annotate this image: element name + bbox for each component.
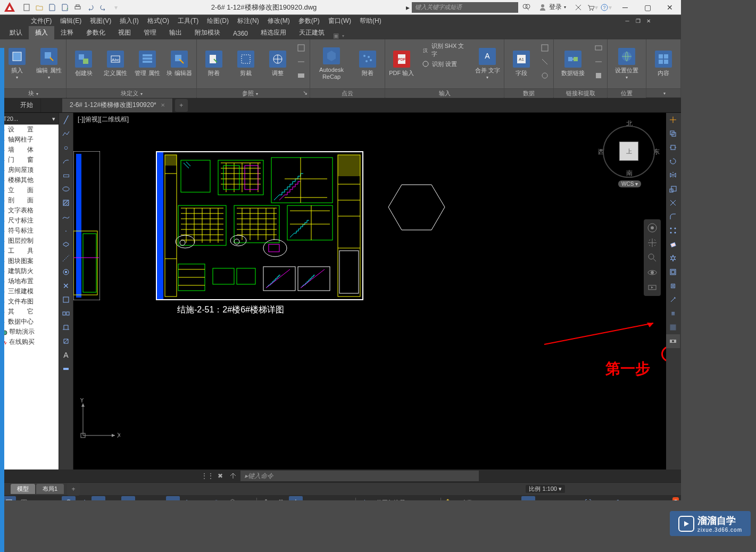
status-ws-dd[interactable]: ▾ bbox=[410, 496, 423, 500]
status-osnap[interactable] bbox=[92, 496, 105, 500]
palette-item[interactable]: ▸其 它 bbox=[0, 307, 59, 317]
ribbon-tab-addins[interactable]: 附加模块 bbox=[188, 26, 227, 39]
status-r4[interactable]: ◰ bbox=[551, 496, 565, 500]
tool-more5[interactable] bbox=[59, 320, 73, 334]
tool-text[interactable]: A bbox=[59, 348, 73, 362]
tool-trim[interactable] bbox=[666, 196, 680, 210]
menu-modify[interactable]: 修改(M) bbox=[263, 17, 294, 26]
ribbon-tab-parametric[interactable]: 参数化 bbox=[80, 26, 112, 39]
qat-new[interactable] bbox=[21, 2, 32, 13]
tool-move[interactable] bbox=[666, 113, 680, 127]
status-workspace[interactable]: 草图与注释 bbox=[373, 499, 409, 501]
nav-showmotion-icon[interactable] bbox=[646, 281, 659, 294]
palette-header[interactable]: T20...▾ bbox=[0, 113, 59, 125]
panel-title-content[interactable]: ▾ bbox=[646, 88, 680, 97]
tool-more3[interactable] bbox=[59, 293, 73, 307]
viewport-controls[interactable]: [-][俯视][二维线框] bbox=[78, 115, 129, 124]
cmdline-recent[interactable] bbox=[228, 471, 238, 481]
create-block-button[interactable]: 创建块 bbox=[69, 42, 98, 86]
data-small-2[interactable] bbox=[538, 55, 551, 68]
add-layout-tab[interactable]: + bbox=[67, 483, 80, 496]
ribbon-tab-annotate[interactable]: 注释 bbox=[54, 26, 80, 39]
menu-help[interactable]: 帮助(H) bbox=[355, 17, 386, 26]
status-cycle[interactable]: ↻ bbox=[211, 496, 225, 500]
tool-target[interactable] bbox=[666, 334, 680, 348]
block-editor-button[interactable]: 块 编辑器 bbox=[164, 42, 194, 86]
close-tab-icon[interactable]: ✕ bbox=[161, 102, 165, 108]
status-anno[interactable]: 人 bbox=[289, 496, 303, 500]
ribbon-tab-output[interactable]: 输出 bbox=[163, 26, 188, 39]
data-small-3[interactable] bbox=[538, 69, 551, 82]
exchange-icon[interactable] bbox=[572, 2, 584, 13]
nav-wheel-icon[interactable] bbox=[646, 221, 659, 234]
recap-button[interactable]: Autodesk ReCap bbox=[312, 42, 351, 86]
infocenter-search-icon[interactable] bbox=[520, 2, 532, 13]
clip-xref-button[interactable]: 剪裁 bbox=[231, 42, 261, 86]
doc-minimize[interactable]: ─ bbox=[622, 16, 632, 26]
palette-item[interactable]: ▸立 面 bbox=[0, 185, 59, 195]
link-small-2[interactable] bbox=[592, 55, 605, 68]
status-transparency[interactable]: ▦ bbox=[151, 496, 165, 500]
tool-copy[interactable] bbox=[666, 127, 680, 141]
status-polar[interactable] bbox=[62, 496, 76, 500]
xref-option-3[interactable] bbox=[295, 69, 308, 82]
palette-item[interactable]: ▸房间屋顶 bbox=[0, 165, 59, 175]
status-snap[interactable] bbox=[32, 496, 46, 500]
scale-display[interactable]: 比例 1:100 ▾ bbox=[526, 485, 565, 493]
status-zoom-text[interactable]: 1:1 / 100% bbox=[304, 499, 338, 500]
panel-title-block[interactable]: 块▾ bbox=[0, 88, 66, 98]
manage-attribute-button[interactable]: 管理 属性 bbox=[132, 42, 162, 86]
link-small-1[interactable] bbox=[592, 42, 605, 54]
status-clean[interactable]: ≡ bbox=[655, 496, 669, 500]
menu-edit[interactable]: 编辑(E) bbox=[56, 17, 86, 26]
insert-block-button[interactable]: 插入▾ bbox=[2, 42, 32, 86]
attach-pc-button[interactable]: 附着 bbox=[353, 42, 383, 86]
tool-ellipse[interactable] bbox=[59, 182, 73, 196]
palette-item[interactable]: ▸文件布图 bbox=[0, 296, 59, 307]
palette-item[interactable]: ▸场地布置 bbox=[0, 276, 59, 286]
attach-xref-button[interactable]: 附着 bbox=[199, 42, 229, 86]
file-tab-start[interactable]: 开始 bbox=[13, 98, 41, 112]
window-maximize[interactable]: ▢ bbox=[636, 0, 659, 15]
tool-rect[interactable]: ▭ bbox=[59, 168, 73, 182]
tool-stretch[interactable] bbox=[666, 141, 680, 154]
palette-item[interactable]: ▸图层控制 bbox=[0, 236, 59, 246]
recognize-settings-button[interactable]: 识别 设置 bbox=[418, 57, 471, 70]
model-tab[interactable]: 模型 bbox=[11, 484, 35, 494]
tool-revcloud[interactable] bbox=[59, 237, 73, 251]
status-lwt[interactable]: ≡ bbox=[136, 496, 150, 500]
ribbon-tab-insert[interactable]: 插入 bbox=[29, 26, 54, 39]
nav-orbit-icon[interactable] bbox=[646, 266, 659, 279]
cmdline-handle[interactable]: ⋮⋮ bbox=[202, 471, 213, 481]
ribbon-tab-view[interactable]: 视图 bbox=[112, 26, 137, 39]
nav-pan-icon[interactable] bbox=[646, 236, 659, 249]
ribbon-tab-a360[interactable]: A360 bbox=[227, 28, 254, 39]
tool-fillet[interactable] bbox=[666, 210, 680, 224]
cmdline-customize[interactable]: ✖ bbox=[215, 471, 226, 481]
nav-zoom-icon[interactable] bbox=[646, 251, 659, 264]
tool-m2[interactable] bbox=[666, 293, 680, 307]
menu-dimension[interactable]: 标注(N) bbox=[233, 17, 263, 26]
status-plus[interactable]: + bbox=[425, 496, 438, 500]
viewcube-top-face[interactable]: 上 bbox=[619, 142, 638, 161]
ribbon-tab-tangent[interactable]: 天正建筑 bbox=[293, 26, 331, 39]
palette-item[interactable]: ▸墙 体 bbox=[0, 145, 59, 155]
help-icon[interactable]: ?▾ bbox=[600, 2, 612, 13]
app-menu-button[interactable] bbox=[0, 0, 19, 15]
xref-option-2[interactable] bbox=[295, 55, 308, 68]
palette-item[interactable]: ▸尺寸标注 bbox=[0, 216, 59, 226]
file-tab-add[interactable]: + bbox=[175, 99, 188, 112]
tool-arc[interactable] bbox=[59, 154, 73, 168]
cart-icon[interactable]: ▾ bbox=[586, 2, 598, 13]
status-gear[interactable]: ⚙ bbox=[358, 496, 372, 500]
qat-print[interactable] bbox=[72, 2, 84, 13]
qat-redo[interactable] bbox=[97, 2, 109, 13]
status-units[interactable]: 小数 bbox=[458, 499, 476, 501]
tool-array[interactable] bbox=[666, 224, 680, 237]
qat-open[interactable] bbox=[34, 2, 45, 13]
status-qp[interactable]: ✎ bbox=[181, 496, 195, 500]
tool-circle[interactable]: ○ bbox=[59, 141, 73, 154]
pdf-import-button[interactable]: PDFPDF 输入 bbox=[387, 42, 416, 86]
status-walk2[interactable] bbox=[274, 496, 288, 500]
qat-undo[interactable] bbox=[85, 2, 96, 13]
